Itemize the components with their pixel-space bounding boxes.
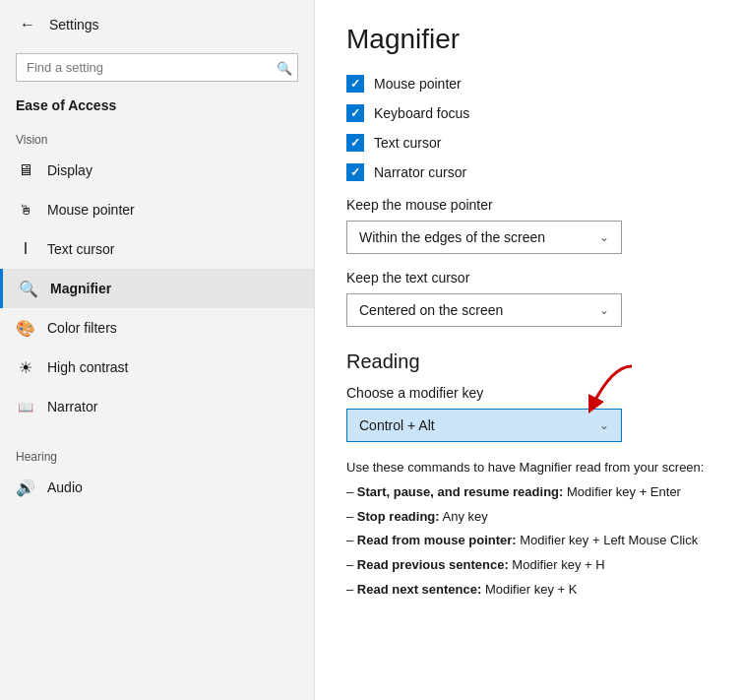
instruction-bold: Read previous sentence: — [357, 557, 509, 572]
reading-section-title: Reading — [346, 350, 710, 373]
mouse-pointer-dropdown[interactable]: Within the edges of the screen ⌄ — [346, 221, 622, 254]
sidebar-item-label: Mouse pointer — [47, 202, 135, 218]
checkbox-label: Mouse pointer — [374, 76, 462, 92]
reading-instructions: Use these commands to have Magnifier rea… — [346, 458, 710, 601]
sidebar-item-label: Narrator — [47, 399, 97, 414]
modifier-key-label: Choose a modifier key — [346, 385, 710, 401]
text-cursor-dropdown[interactable]: Centered on the screen ⌄ — [346, 293, 622, 327]
sidebar-item-high-contrast[interactable]: ☀ High contrast — [0, 348, 314, 387]
text-cursor-setting-label: Keep the text cursor — [346, 270, 710, 286]
search-box: 🔍 — [16, 53, 298, 82]
sidebar-item-audio[interactable]: 🔊 Audio — [0, 468, 314, 507]
vision-section-label: Vision — [0, 125, 314, 151]
sidebar-item-mouse-pointer[interactable]: 🖱 Mouse pointer — [0, 190, 314, 229]
page-title: Magnifier — [346, 24, 710, 55]
text-cursor-dropdown-value: Centered on the screen — [359, 302, 503, 318]
checkbox-checked-icon — [346, 134, 364, 152]
chevron-down-icon: ⌄ — [599, 230, 609, 244]
sidebar-item-text-cursor[interactable]: I Text cursor — [0, 229, 314, 269]
modifier-key-value: Control + Alt — [359, 417, 435, 433]
mouse-pointer-setting-label: Keep the mouse pointer — [346, 197, 710, 213]
sidebar-item-label: Audio — [47, 479, 83, 495]
instruction-3: – Read from mouse pointer: Modifier key … — [346, 531, 710, 551]
checkbox-label: Text cursor — [374, 135, 441, 151]
sidebar-item-color-filters[interactable]: 🎨 Color filters — [0, 308, 314, 348]
instruction-bold: Read from mouse pointer: — [357, 533, 517, 547]
audio-icon: 🔊 — [16, 477, 35, 497]
sidebar-item-label: High contrast — [47, 359, 128, 375]
sidebar-item-magnifier[interactable]: 🔍 Magnifier — [0, 269, 314, 308]
instruction-normal: Any key — [440, 509, 488, 524]
instructions-intro: Use these commands to have Magnifier rea… — [346, 458, 710, 478]
instruction-4: – Read previous sentence: Modifier key +… — [346, 555, 710, 576]
sidebar-item-label: Display — [47, 162, 93, 178]
sidebar-item-label: Text cursor — [47, 241, 114, 257]
checkbox-label: Narrator cursor — [374, 164, 466, 180]
narrator-icon: 📖 — [16, 397, 35, 416]
sidebar-title: Settings — [49, 17, 99, 32]
sidebar-item-label: Color filters — [47, 320, 117, 336]
sidebar: ← Settings 🔍 Ease of Access Vision 🖥 Dis… — [0, 0, 315, 700]
checkbox-label: Keyboard focus — [374, 105, 469, 121]
checkbox-checked-icon — [346, 163, 364, 181]
instruction-5: – Read next sentence: Modifier key + K — [346, 580, 710, 601]
back-button[interactable]: ← — [16, 12, 39, 37]
main-content: Magnifier Mouse pointer Keyboard focus T… — [315, 0, 741, 700]
mouse-pointer-icon: 🖱 — [16, 200, 35, 220]
checkbox-text-cursor[interactable]: Text cursor — [346, 134, 710, 152]
sidebar-header: ← Settings — [0, 0, 314, 49]
instruction-bold: Read next sentence: — [357, 582, 481, 597]
search-input[interactable] — [16, 53, 298, 82]
display-icon: 🖥 — [16, 160, 35, 180]
checkbox-keyboard-focus[interactable]: Keyboard focus — [346, 104, 710, 122]
modifier-dropdown-container: Control + Alt ⌄ — [346, 409, 622, 442]
modifier-key-dropdown[interactable]: Control + Alt ⌄ — [346, 409, 622, 442]
checkbox-narrator-cursor[interactable]: Narrator cursor — [346, 163, 710, 181]
magnifier-icon: 🔍 — [19, 279, 38, 298]
chevron-down-icon: ⌄ — [599, 418, 609, 432]
checkbox-checked-icon — [346, 75, 364, 93]
checkbox-checked-icon — [346, 104, 364, 122]
color-filters-icon: 🎨 — [16, 318, 35, 338]
instruction-normal: Modifier key + K — [481, 582, 577, 597]
chevron-down-icon: ⌄ — [599, 303, 609, 317]
sidebar-item-display[interactable]: 🖥 Display — [0, 151, 314, 190]
ease-of-access-label: Ease of Access — [0, 94, 314, 125]
checkbox-mouse-pointer[interactable]: Mouse pointer — [346, 75, 710, 93]
instruction-bold: Start, pause, and resume reading: — [357, 484, 564, 499]
search-icon[interactable]: 🔍 — [277, 60, 292, 75]
instruction-bold: Stop reading: — [357, 509, 440, 524]
instruction-normal: Modifier key + Enter — [563, 484, 681, 499]
text-cursor-icon: I — [16, 239, 35, 259]
sidebar-item-label: Magnifier — [50, 281, 111, 296]
instruction-2: – Stop reading: Any key — [346, 507, 710, 528]
instruction-normal: Modifier key + H — [509, 557, 605, 572]
sidebar-item-narrator[interactable]: 📖 Narrator — [0, 387, 314, 426]
high-contrast-icon: ☀ — [16, 357, 35, 377]
mouse-pointer-dropdown-value: Within the edges of the screen — [359, 229, 545, 245]
hearing-section-label: Hearing — [0, 442, 314, 468]
instruction-1: – Start, pause, and resume reading: Modi… — [346, 482, 710, 503]
instruction-normal: Modifier key + Left Mouse Click — [517, 533, 699, 547]
